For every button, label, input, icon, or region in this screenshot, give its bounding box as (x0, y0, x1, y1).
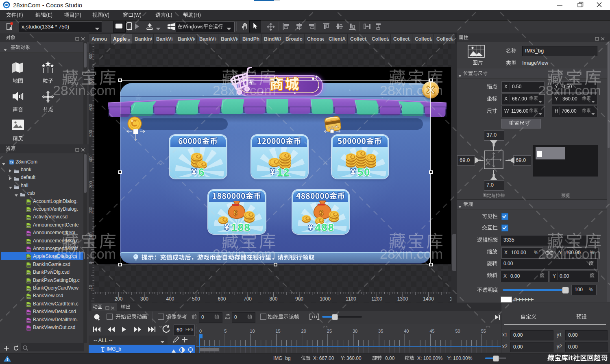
svg-text:35: 35 (378, 329, 383, 333)
svg-text:40: 40 (404, 329, 409, 333)
svg-text:25: 25 (327, 329, 332, 333)
svg-text:0: 0 (199, 329, 202, 333)
svg-text:50: 50 (455, 329, 460, 333)
svg-text:55: 55 (481, 329, 486, 333)
svg-text:20: 20 (301, 329, 306, 333)
svg-text:5: 5 (224, 329, 227, 333)
svg-text:10: 10 (250, 329, 255, 333)
svg-text:45: 45 (429, 329, 434, 333)
svg-text:30: 30 (353, 329, 357, 333)
svg-text:15: 15 (276, 329, 281, 333)
